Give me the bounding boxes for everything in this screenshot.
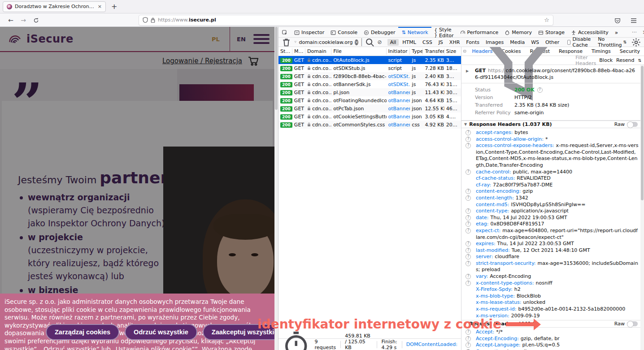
more-tabs-chevron[interactable]: »	[612, 27, 621, 38]
header-row[interactable]: ? date:Thu, 14 Jul 2022 19:00:53 GMT	[461, 215, 640, 221]
header-row[interactable]: ? last-modified:Tue, 12 Oct 2021 14:48:1…	[461, 247, 640, 254]
header-row[interactable]: ? strict-transport-security:max-age=3153…	[461, 260, 640, 273]
question-icon[interactable]: ?	[466, 248, 471, 253]
question-icon[interactable]: ?	[466, 143, 471, 148]
reload-button[interactable]	[30, 17, 42, 24]
lock-icon[interactable]	[151, 17, 155, 23]
question-icon[interactable]: ?	[466, 228, 471, 233]
column-domain[interactable]: Domain	[305, 48, 331, 55]
header-row[interactable]: ? content-encoding:gzip	[461, 188, 640, 195]
column-type[interactable]: Type	[410, 48, 423, 55]
back-button[interactable]: ←	[4, 17, 17, 24]
manage-cookies-button[interactable]: Zarządzaj cookies	[46, 324, 119, 340]
column-initiator[interactable]: Initiator	[387, 48, 410, 55]
browser-tab[interactable]: Doradztwo w Zakresie Ochrony Dany ×	[3, 1, 106, 12]
header-row[interactable]: ? expires:Thu, 14 Jul 2022 23:00:53 GMT	[461, 241, 640, 247]
request-row[interactable]: 200 GET cdn.co… pl.json otBanner… js 11.…	[278, 88, 461, 96]
pocket-icon[interactable]	[614, 16, 621, 24]
type-filter-button[interactable]: HTML	[400, 39, 419, 46]
search-icon[interactable]	[365, 37, 375, 48]
tab-style-editor[interactable]: { } Style Editor	[431, 27, 457, 38]
question-icon[interactable]: ?	[466, 215, 471, 220]
raw-toggle[interactable]	[627, 321, 638, 326]
request-url-block[interactable]: ▶ GEThttps://cdn.cookielaw.org/consent/f…	[461, 65, 640, 83]
question-icon[interactable]: ?	[466, 195, 471, 201]
header-row[interactable]: ? etag:0x8D98D8F4F819517	[461, 221, 640, 228]
type-filter-button[interactable]: XHR	[447, 39, 462, 46]
request-row[interactable]: 200 GET cdn.co… otCookieSettingsButton.j…	[278, 112, 461, 121]
question-icon[interactable]: ?	[466, 137, 471, 142]
question-icon[interactable]: ?	[466, 254, 471, 259]
tab-close-icon[interactable]: ×	[98, 4, 102, 9]
meatball-menu-icon[interactable]: ⋯	[632, 29, 637, 35]
response-headers-section[interactable]: ▼ Response Headers (1.037 KB) Raw	[461, 121, 640, 128]
question-icon[interactable]: ?	[466, 189, 471, 194]
question-icon[interactable]: ?	[466, 342, 471, 348]
tracking-shield-icon[interactable]	[143, 17, 148, 23]
header-row[interactable]: ? X-Firefox-Spdy:h2	[461, 286, 640, 293]
disable-cache-checkbox[interactable]: Disable Cache	[567, 36, 592, 48]
header-row[interactable]: ? Accept-Encoding:gzip, deflate, br	[461, 336, 640, 342]
detail-scrollbar[interactable]	[640, 65, 644, 350]
type-filter-button[interactable]: Fonts	[463, 39, 482, 46]
header-row[interactable]: ? server:cloudflare	[461, 254, 640, 260]
header-row[interactable]: ? x-ms-blob-type:BlockBlob	[461, 293, 640, 300]
request-row[interactable]: 200 GET cdn.co… otFloatingRoundedIcon.js…	[278, 96, 461, 104]
column-file[interactable]: File	[331, 48, 386, 55]
filter-urls-input[interactable]: domain:cookielaw.org ×	[294, 39, 358, 45]
expander-icon[interactable]: ▶	[466, 68, 469, 74]
tab-console[interactable]: Console	[327, 27, 361, 38]
header-row[interactable]: ? cf-ray:72ac80f79f5a7b87-DME	[461, 182, 640, 189]
question-icon[interactable]: ?	[466, 241, 471, 246]
header-row[interactable]: ? expect-ct:max-age=604800, report-uri="…	[461, 228, 640, 241]
request-row[interactable]: 200 GET cdn.co… otSDKStub.js script js 7…	[278, 64, 461, 72]
column-transferred[interactable]: Transferred	[423, 48, 444, 55]
type-filter-button[interactable]: Other	[543, 39, 562, 46]
scrollbar-thumb[interactable]	[275, 27, 278, 110]
tab-inspector[interactable]: Inspector	[291, 27, 327, 38]
tab-debugger[interactable]: Debugger	[361, 27, 398, 38]
question-icon[interactable]: ?	[466, 336, 471, 341]
tab-memory[interactable]: Memory	[501, 27, 535, 38]
clear-filter-icon[interactable]: ×	[355, 39, 358, 45]
raw-toggle[interactable]	[627, 122, 638, 127]
request-row[interactable]: 200 GET cdn.co… f2890bc8-88eb-4bac-a266-…	[278, 72, 461, 80]
question-icon[interactable]: ?	[466, 208, 471, 214]
header-row[interactable]: ? content-md5:ISVHQDp8yLpS5h8SniPgIw==	[461, 202, 640, 208]
type-filter-button[interactable]: CSS	[420, 39, 435, 46]
header-row[interactable]: ? content-type:application/x-javascript	[461, 208, 640, 215]
network-settings-gear-icon[interactable]	[631, 37, 641, 48]
type-filter-button[interactable]: Images	[483, 39, 506, 46]
column-status[interactable]: St…	[278, 48, 292, 55]
throttling-dropdown[interactable]: No Throttling ⇅	[598, 36, 627, 48]
header-row[interactable]: ? cf-cache-status:REVALIDATED	[461, 175, 640, 182]
tab-performance[interactable]: Performance	[457, 27, 502, 38]
type-filter-button[interactable]: Media	[507, 39, 527, 46]
block-button[interactable]: Block	[599, 57, 613, 63]
question-icon[interactable]: ?	[466, 130, 471, 135]
menu-hamburger-icon[interactable]	[631, 16, 637, 24]
type-filter-button[interactable]: JS	[436, 39, 446, 46]
page-scrollbar[interactable]	[274, 27, 278, 350]
detail-tab[interactable]: Security	[616, 47, 644, 56]
header-row[interactable]: ? x-ms-lease-status:unlocked	[461, 299, 640, 306]
block-requests-icon[interactable]: ⊘	[378, 39, 382, 45]
resend-button[interactable]: Resend	[616, 57, 634, 63]
header-row[interactable]: ? vary:Accept-Encoding	[461, 273, 640, 280]
question-icon[interactable]: ?	[466, 169, 471, 175]
filter-headers-input[interactable]: Filter Headers	[575, 55, 596, 66]
question-icon[interactable]: ?	[466, 221, 471, 227]
pick-element-button[interactable]	[278, 27, 291, 38]
question-icon[interactable]: ?	[466, 274, 471, 279]
tab-network[interactable]: ⇅ Network	[398, 27, 431, 38]
header-row[interactable]: ? content-length:1342	[461, 195, 640, 202]
request-row[interactable]: 200 GET cdn.co… otCommonStyles.css otBan…	[278, 121, 461, 129]
type-filter-button[interactable]: All	[387, 39, 399, 46]
header-row[interactable]: ? x-content-type-options:nosniff	[461, 280, 640, 287]
question-icon[interactable]: ?	[466, 261, 471, 266]
scrollbar-thumb[interactable]	[641, 66, 644, 200]
tab-accessibility[interactable]: Accessibility	[568, 27, 612, 38]
tab-storage[interactable]: Storage	[535, 27, 568, 38]
close-devtools-icon[interactable]: ×	[642, 29, 644, 35]
bookmark-star-icon[interactable]: ☆	[544, 17, 549, 23]
